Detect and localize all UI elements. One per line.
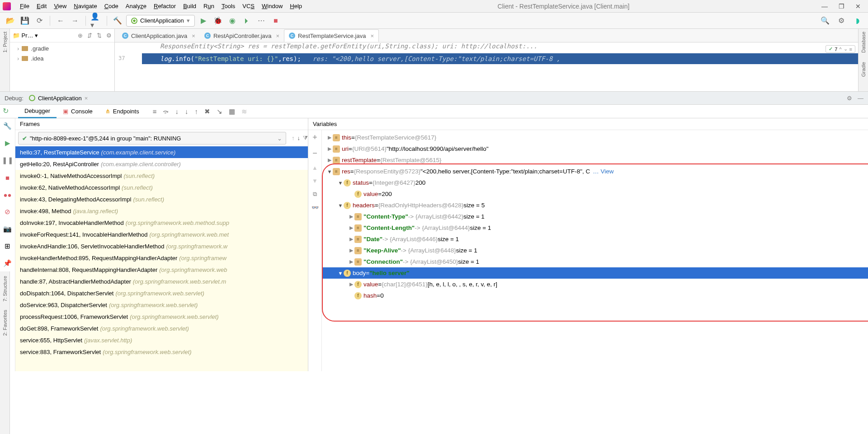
up-icon[interactable]: ▲ (312, 164, 318, 171)
database-tool-button[interactable]: Database (861, 32, 866, 53)
variable-row[interactable]: fvalue = 200 (322, 188, 868, 200)
force-step-into-icon[interactable]: ↓ (185, 107, 189, 115)
close-tab-icon[interactable]: × (192, 33, 195, 39)
threads-icon[interactable]: ≡ (153, 107, 157, 115)
coverage-icon[interactable]: ◉ (226, 15, 238, 27)
frame-row[interactable]: invoke:498, Method(java.lang.reflect) (15, 205, 308, 217)
frames-list[interactable]: hello:37, RestTemplateService(com.exampl… (15, 146, 308, 371)
settings-icon[interactable]: ⚙ (835, 15, 847, 27)
forward-icon[interactable]: → (69, 15, 81, 27)
inspection-badge[interactable]: ✓7^⌄≡ (826, 45, 855, 53)
editor-tab[interactable]: CClientApplication.java× (118, 29, 200, 42)
tab-endpoints[interactable]: ⋔Endpoints (99, 105, 146, 118)
favorites-tool-button[interactable]: 2: Favorites (2, 310, 8, 336)
frame-row[interactable]: service:883, FrameworkServlet(org.spring… (15, 346, 308, 358)
menu-window[interactable]: Window (258, 3, 286, 9)
menu-analyze[interactable]: Analyze (122, 3, 150, 9)
variables-tree[interactable]: ▶≡this = {RestTemplateService@5617}▶≡uri… (322, 130, 868, 371)
stop-debug-icon[interactable]: ■ (3, 173, 13, 182)
debug-minimize-icon[interactable]: — (858, 95, 863, 102)
pause-icon[interactable]: ❚❚ (3, 155, 13, 165)
copy-icon[interactable]: ⧉ (313, 191, 317, 198)
expand-icon[interactable]: ⇵ (87, 32, 92, 39)
menu-code[interactable]: Code (101, 3, 122, 9)
run-to-cursor-icon[interactable]: ↘ (217, 107, 222, 116)
variable-row[interactable]: ▼≡res = {ResponseEntity@5723} "<200,hell… (322, 166, 868, 177)
maximize-button[interactable]: ❐ (839, 3, 844, 10)
debug-icon[interactable]: 🐞 (212, 15, 224, 27)
project-view-select[interactable]: 📁 Pr… ▾ (13, 32, 38, 39)
glasses-icon[interactable]: 👓 (311, 204, 319, 211)
mute-breakpoints-icon[interactable]: ⊘ (3, 207, 13, 217)
frame-row[interactable]: invokeAndHandle:106, ServletInvocableHan… (15, 240, 308, 252)
menu-help[interactable]: Help (286, 3, 306, 9)
editor-tab[interactable]: CRestApiController.java× (200, 29, 284, 42)
frame-row[interactable]: doInvoke:197, InvocableHandlerMethod(org… (15, 217, 308, 229)
frame-row[interactable]: service:655, HttpServlet(javax.servlet.h… (15, 334, 308, 346)
prev-frame-icon[interactable]: ↑ (292, 135, 295, 142)
debug-session[interactable]: ClientApplication × (29, 95, 88, 102)
variable-row[interactable]: ▶≡"Date" -> {ArrayList@6446} size = 1 (322, 233, 868, 245)
jetbrains-icon[interactable]: ◗ (852, 15, 863, 27)
frame-row[interactable]: hello:37, RestTemplateService(com.exampl… (15, 146, 308, 158)
menu-view[interactable]: View (50, 3, 70, 9)
filter-icon[interactable]: ⧩ (303, 135, 308, 142)
editor-tab[interactable]: CRestTemplateService.java× (284, 29, 379, 42)
save-icon[interactable]: 💾 (19, 15, 31, 27)
gear-icon[interactable]: ⚙ (106, 32, 112, 39)
tab-console[interactable]: ▣Console (57, 105, 99, 118)
variable-row[interactable]: ▶≡"Content-Type" -> {ArrayList@6442} siz… (322, 211, 868, 222)
menu-navigate[interactable]: Navigate (70, 3, 100, 9)
frame-row[interactable]: handleInternal:808, RequestMappingHandle… (15, 264, 308, 275)
next-frame-icon[interactable]: ↓ (297, 135, 301, 142)
add-watch-icon[interactable]: + (312, 133, 317, 142)
resume-icon[interactable]: ▶ (3, 138, 13, 148)
variable-row[interactable]: ▶fvalue = {char[12]@6451} [h, e, l, l, o… (322, 279, 868, 290)
target-icon[interactable]: ⊕ (78, 32, 83, 39)
variable-row[interactable]: ▶≡this = {RestTemplateService@5617} (322, 132, 868, 143)
sync-icon[interactable]: ⟳ (33, 15, 45, 27)
menu-build[interactable]: Build (179, 3, 200, 9)
run-config-select[interactable]: ClientApplication ▾ (126, 15, 195, 27)
variable-row[interactable]: ▼fstatus = {Integer@6427} 200 (322, 177, 868, 188)
open-icon[interactable]: 📂 (5, 15, 16, 27)
gradle-tool-button[interactable]: Gradle (861, 62, 866, 77)
step-over-icon[interactable]: ⤼ (163, 107, 169, 116)
drop-frame-icon[interactable]: ✖ (204, 107, 210, 116)
variable-row[interactable]: ▶≡restTemplate = {RestTemplate@5615} (322, 154, 868, 166)
step-into-icon[interactable]: ↓ (175, 107, 179, 115)
evaluate-icon[interactable]: ▦ (229, 107, 235, 116)
frame-row[interactable]: getHello:20, RestApiController(com.examp… (15, 158, 308, 170)
wrench-icon[interactable]: 🔧 (3, 121, 13, 131)
layout-icon[interactable]: ⊞ (3, 241, 13, 251)
menu-run[interactable]: Run (200, 3, 218, 9)
tab-debugger[interactable]: Debugger (18, 105, 57, 118)
structure-tool-button[interactable]: 7: Structure (2, 276, 8, 302)
trace-icon[interactable]: ≋ (241, 107, 247, 116)
frame-row[interactable]: doDispatch:1064, DispatcherServlet(org.s… (15, 287, 308, 299)
close-session-icon[interactable]: × (85, 95, 88, 102)
variable-row[interactable]: ▼fheaders = {ReadOnlyHttpHeaders@6428} s… (322, 200, 868, 211)
menu-refactor[interactable]: Refactor (150, 3, 179, 9)
variable-row[interactable]: fhash = 0 (322, 290, 868, 301)
close-tab-icon[interactable]: × (370, 33, 374, 39)
frame-row[interactable]: processRequest:1006, FrameworkServlet(or… (15, 311, 308, 322)
breakpoints-icon[interactable]: ●● (3, 190, 13, 200)
frame-row[interactable]: handle:87, AbstractHandlerMethodAdapter(… (15, 275, 308, 287)
search-icon[interactable]: 🔍 (819, 15, 831, 27)
attach-icon[interactable]: ⋯ (255, 15, 267, 27)
remove-watch-icon[interactable]: − (312, 149, 317, 158)
profile-icon[interactable]: 👤▾ (90, 15, 102, 27)
rerun-icon[interactable]: ↻ (3, 107, 9, 115)
frame-row[interactable]: doGet:898, FrameworkServlet(org.springfr… (15, 322, 308, 334)
frame-row[interactable]: invokeForRequest:141, InvocableHandlerMe… (15, 229, 308, 240)
variable-row[interactable]: ▶≡uri = {URI@5614} "http://localhost:909… (322, 143, 868, 154)
collapse-icon[interactable]: ⇅ (97, 32, 102, 39)
editor-body[interactable]: ResponseEntity<String> res = restTemplat… (115, 42, 858, 91)
variable-row[interactable]: ▶≡"Keep-Alive" -> {ArrayList@6448} size … (322, 245, 868, 256)
menu-vcs[interactable]: VCS (239, 3, 258, 9)
frame-row[interactable]: doService:963, DispatcherServlet(org.spr… (15, 299, 308, 311)
variable-row[interactable]: ▶≡"Content-Length" -> {ArrayList@6444} s… (322, 222, 868, 233)
close-tab-icon[interactable]: × (276, 33, 280, 39)
menu-edit[interactable]: Edit (33, 3, 50, 9)
